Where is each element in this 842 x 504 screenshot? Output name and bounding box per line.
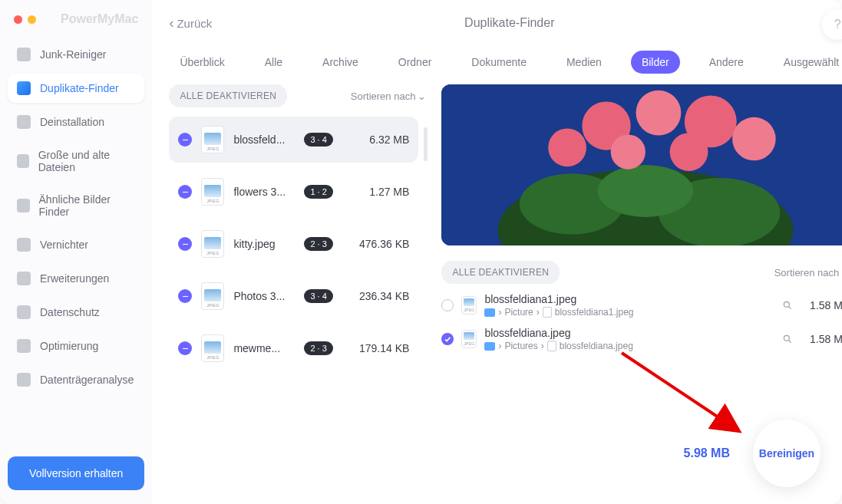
image-icon <box>17 199 30 212</box>
sidebar-item-disk-analysis[interactable]: Datenträgeranalyse <box>8 365 144 394</box>
sort-label: Sortieren nach <box>774 267 840 278</box>
svg-point-8 <box>732 117 776 161</box>
tab-documents[interactable]: Dokumente <box>461 51 537 74</box>
group-name: flowers 3... <box>233 186 295 198</box>
deselect-group-icon[interactable]: − <box>178 133 192 147</box>
sidebar-item-uninstaller[interactable]: Deinstallation <box>8 107 144 137</box>
tab-overview[interactable]: Überblick <box>169 51 235 74</box>
sidebar-item-label: Deinstallation <box>40 116 104 128</box>
file-icon <box>543 307 552 318</box>
group-row[interactable]: − JPEG flowers 3... 1 · 2 1.27 MB <box>169 169 418 215</box>
folder-icon <box>484 308 495 317</box>
sidebar-item-extensions[interactable]: Erweiterungen <box>8 264 144 293</box>
footer: 5.98 MB Bereinigen <box>684 420 821 487</box>
jpeg-file-icon: JPEG <box>461 330 477 348</box>
group-size: 179.14 KB <box>359 342 409 354</box>
deselect-group-icon[interactable]: − <box>178 185 192 199</box>
clean-button[interactable]: Bereinigen <box>753 420 821 487</box>
detail-list: JPEG blossfeldiana1.jpeg › Picture › blo… <box>441 293 842 351</box>
tab-images[interactable]: Bilder <box>631 51 680 74</box>
sidebar-item-optimization[interactable]: Optimierung <box>8 331 144 361</box>
back-label: Zurück <box>177 17 212 30</box>
group-size: 6.32 MB <box>369 133 409 146</box>
jpeg-file-icon: JPEG <box>201 282 224 310</box>
file-name: blossfeldiana.jpeg <box>484 327 774 339</box>
sidebar-item-junk-cleaner[interactable]: Junk-Reiniger <box>8 40 144 69</box>
page-title: Duplikate-Finder <box>464 16 554 30</box>
tab-folders[interactable]: Ordner <box>388 51 443 74</box>
detail-row[interactable]: JPEG blossfeldiana.jpeg › Pictures › blo… <box>441 327 842 351</box>
svg-point-4 <box>598 165 693 217</box>
file-path: › Picture › blossfeldiana1.jpeg <box>484 307 774 318</box>
file-icon <box>547 341 556 351</box>
sidebar-nav: Junk-Reiniger Duplikate-Finder Deinstall… <box>8 40 144 394</box>
group-size: 476.36 KB <box>359 238 409 250</box>
detail-row[interactable]: JPEG blossfeldiana1.jpeg › Picture › blo… <box>441 293 842 318</box>
sidebar-item-label: Große und alte Dateien <box>38 149 136 173</box>
group-list: − JPEG blossfeld... 3 · 4 6.32 MB − JPEG… <box>169 117 426 487</box>
disk-icon <box>17 373 31 387</box>
minimize-window-icon[interactable] <box>28 15 36 24</box>
deselect-group-icon[interactable]: − <box>178 289 192 303</box>
path-sep: › <box>541 341 544 351</box>
jpeg-file-icon: JPEG <box>461 296 477 315</box>
deselect-all-button[interactable]: ALLE DEAKTIVIEREN <box>169 84 287 107</box>
sort-label: Sortieren nach <box>351 91 416 102</box>
jpeg-file-icon: JPEG <box>201 230 224 258</box>
select-checkbox[interactable] <box>441 333 454 345</box>
folder-icon <box>17 81 31 95</box>
main-area: ‹Zurück Duplikate-Finder ? Überblick All… <box>152 0 842 504</box>
jpeg-file-icon: JPEG <box>201 334 224 362</box>
folder-name: Picture <box>504 307 533 318</box>
file-size: 1.58 MB <box>801 333 842 345</box>
shredder-icon <box>17 238 31 252</box>
group-row[interactable]: − JPEG kitty.jpeg 2 · 3 476.36 KB <box>169 221 418 267</box>
sidebar-item-similar-images[interactable]: Ähnliche Bilder Finder <box>8 186 144 226</box>
group-size: 1.27 MB <box>369 186 409 198</box>
deselect-group-icon[interactable]: − <box>178 341 192 355</box>
svg-point-11 <box>670 133 708 171</box>
deselect-all-details-button[interactable]: ALLE DEAKTIVIEREN <box>441 261 560 284</box>
tab-media[interactable]: Medien <box>556 51 613 74</box>
path-sep: › <box>498 341 501 351</box>
path-sep: › <box>537 307 540 318</box>
count-badge: 1 · 2 <box>304 185 332 199</box>
sidebar-item-duplicate-finder[interactable]: Duplikate-Finder <box>8 74 144 103</box>
group-row[interactable]: − JPEG blossfeld... 3 · 4 6.32 MB <box>169 117 418 163</box>
sidebar-item-large-old-files[interactable]: Große und alte Dateien <box>8 141 144 181</box>
jpeg-file-icon: JPEG <box>201 126 224 153</box>
back-button[interactable]: ‹Zurück <box>169 16 212 30</box>
select-checkbox[interactable] <box>441 299 454 311</box>
magnify-icon[interactable] <box>782 334 793 344</box>
deselect-group-icon[interactable]: − <box>178 237 192 251</box>
svg-point-6 <box>636 91 682 136</box>
sort-button[interactable]: Sortieren nach⌄ <box>351 91 427 102</box>
total-size-label: 5.98 MB <box>684 446 730 460</box>
full-version-button[interactable]: Vollversion erhalten <box>8 456 144 490</box>
count-badge: 3 · 4 <box>304 289 332 303</box>
tab-selected[interactable]: Ausgewählt <box>773 51 842 74</box>
sort-details-button[interactable]: Sortieren nach⌄ <box>774 267 842 278</box>
close-window-icon[interactable] <box>14 15 22 24</box>
count-badge: 2 · 3 <box>304 237 332 251</box>
group-row[interactable]: − JPEG Photos 3... 3 · 4 236.34 KB <box>169 273 418 319</box>
box-icon <box>17 154 29 168</box>
file-name: blossfeldiana1.jpeg <box>484 293 774 305</box>
sidebar-item-shredder[interactable]: Vernichter <box>8 230 144 259</box>
tab-other[interactable]: Andere <box>698 51 754 74</box>
traffic-lights <box>14 15 50 24</box>
sidebar-item-label: Datenträgeranalyse <box>40 374 134 386</box>
help-button[interactable]: ? <box>822 9 842 40</box>
tab-all[interactable]: Alle <box>254 51 293 74</box>
magnify-icon[interactable] <box>782 300 793 311</box>
scrollbar[interactable] <box>424 127 428 161</box>
path-file: blossfeldiana.jpeg <box>560 341 633 351</box>
tab-archives[interactable]: Archive <box>312 51 369 74</box>
group-name: Photos 3... <box>233 290 295 302</box>
group-name: blossfeld... <box>233 133 295 146</box>
count-badge: 2 · 3 <box>304 341 332 355</box>
group-row[interactable]: − JPEG mewme... 2 · 3 179.14 KB <box>169 325 418 371</box>
folder-name: Pictures <box>504 341 537 351</box>
sidebar-item-privacy[interactable]: Datenschutz <box>8 298 144 327</box>
app-window: PowerMyMac Junk-Reiniger Duplikate-Finde… <box>0 0 842 504</box>
